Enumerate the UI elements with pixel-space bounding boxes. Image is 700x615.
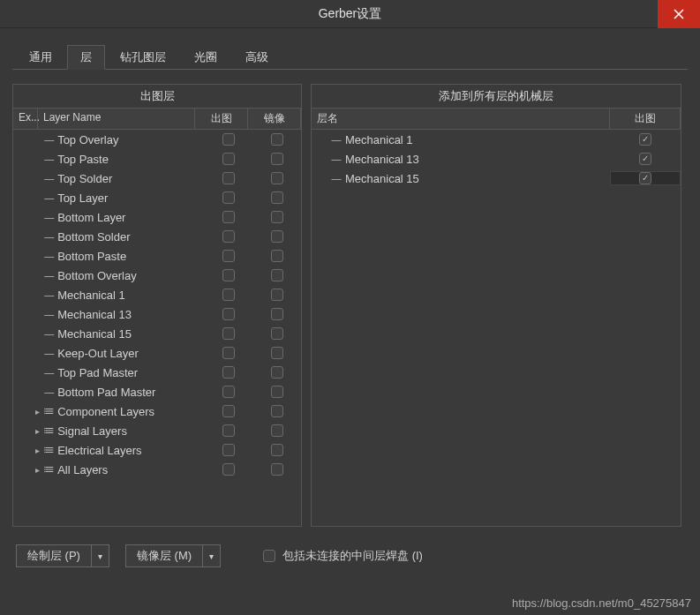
mech-layers-header: 层名 出图 [312,109,681,130]
plot-checkbox[interactable] [222,386,235,398]
mirror-checkbox[interactable] [271,463,283,476]
table-row[interactable]: ▸Signal Layers [13,421,301,440]
table-row[interactable]: Keep-Out Layer [13,343,301,363]
plot-checkbox[interactable] [222,347,235,359]
expand-icon[interactable]: ▸ [33,465,42,475]
tab-layers[interactable]: 层 [67,45,105,70]
mirror-layers-dropdown[interactable]: 镜像层 (M) [125,544,221,567]
plot-checkbox[interactable] [222,308,235,320]
plot-layers-grid[interactable]: Top OverlayTop PasteTop SolderTop LayerB… [13,130,301,526]
table-row[interactable]: Mechanical 1 [312,130,681,149]
plot-checkbox[interactable] [639,172,651,184]
tab-advanced[interactable]: 高级 [232,45,282,70]
plot-checkbox[interactable] [222,289,235,301]
mirror-checkbox[interactable] [271,250,283,262]
mirror-checkbox[interactable] [271,230,283,243]
table-row[interactable]: Bottom Layer [13,207,301,227]
svg-point-4 [44,430,45,431]
plot-checkbox[interactable] [222,463,235,476]
mirror-checkbox[interactable] [271,191,283,204]
table-row[interactable]: Bottom Pad Master [13,382,301,401]
plot-checkbox[interactable] [222,133,235,146]
mech-layers-grid[interactable]: Mechanical 1Mechanical 13Mechanical 15 [312,130,681,526]
plot-layers-button[interactable]: 绘制层 (P) [16,544,92,567]
mirror-checkbox[interactable] [271,424,283,437]
mirror-checkbox[interactable] [271,386,283,398]
plot-checkbox[interactable] [222,405,235,417]
mirror-checkbox[interactable] [271,133,283,146]
expand-icon[interactable]: ▸ [33,407,42,416]
mirror-checkbox[interactable] [271,327,283,340]
table-row[interactable]: Top Paste [13,149,301,169]
table-row[interactable]: Bottom Paste [13,246,301,266]
table-row[interactable]: Mechanical 15 [13,324,301,343]
chevron-down-icon[interactable] [92,544,109,567]
table-row[interactable]: Top Layer [13,188,301,207]
table-row[interactable]: Bottom Solder [13,227,301,246]
chevron-down-icon[interactable] [203,544,221,567]
table-row[interactable]: Top Solder [13,169,301,188]
expand-icon[interactable]: ▸ [33,446,42,455]
table-row[interactable]: Mechanical 13 [13,304,301,324]
col-ex[interactable]: Ex... [13,109,38,129]
tab-general[interactable]: 通用 [16,45,65,70]
plot-checkbox[interactable] [639,133,651,146]
titlebar: Gerber设置 [0,0,700,28]
plot-checkbox[interactable] [222,250,235,262]
layers-icon [42,464,56,475]
mirror-checkbox[interactable] [271,308,283,320]
plot-checkbox[interactable] [222,230,235,243]
mirror-checkbox[interactable] [271,347,283,359]
mirror-checkbox[interactable] [271,444,283,456]
mech-layers-title: 添加到所有层的机械层 [312,85,681,109]
plot-checkbox[interactable] [222,211,235,223]
svg-point-10 [44,469,45,469]
layer-name: Top Pad Master [56,366,204,379]
table-row[interactable]: ▸All Layers [13,460,301,479]
mirror-checkbox[interactable] [271,153,283,165]
dash-icon [42,231,56,242]
mirror-checkbox[interactable] [271,172,283,184]
plot-checkbox[interactable] [222,424,235,437]
col-layer-name[interactable]: Layer Name [38,109,195,129]
col-layer-name[interactable]: 层名 [312,109,610,129]
expand-icon[interactable]: ▸ [33,426,42,436]
tab-apertures[interactable]: 光圈 [181,45,230,70]
layer-name: Electrical Layers [56,444,204,457]
tab-drill[interactable]: 钻孔图层 [107,45,179,70]
table-row[interactable]: Top Overlay [13,130,301,149]
col-mirror[interactable]: 镜像 [248,109,301,129]
layer-name: Mechanical 1 [56,289,204,302]
include-unconnected-checkbox[interactable] [263,550,275,562]
plot-checkbox[interactable] [222,172,235,184]
plot-checkbox[interactable] [222,327,235,340]
watermark: https://blog.csdn.net/m0_45275847 [512,596,691,610]
plot-checkbox[interactable] [222,366,235,379]
col-plot[interactable]: 出图 [195,109,248,129]
mirror-checkbox[interactable] [271,366,283,379]
table-row[interactable]: Bottom Overlay [13,266,301,285]
plot-checkbox[interactable] [222,153,235,165]
table-row[interactable]: Top Pad Master [13,363,301,382]
plot-checkbox[interactable] [222,269,235,281]
plot-checkbox[interactable] [639,153,651,165]
mirror-checkbox[interactable] [271,405,283,417]
include-unconnected-option[interactable]: 包括未连接的中间层焊盘 (I) [263,548,423,564]
table-row[interactable]: Mechanical 1 [13,285,301,304]
plot-checkbox[interactable] [222,444,235,456]
dash-icon [329,173,343,184]
col-plot[interactable]: 出图 [610,109,681,129]
mirror-checkbox[interactable] [271,211,283,223]
svg-point-11 [44,471,45,472]
table-row[interactable]: ▸Electrical Layers [13,440,301,460]
table-row[interactable]: Mechanical 13 [312,149,681,169]
plot-checkbox[interactable] [222,191,235,204]
table-row[interactable]: Mechanical 15 [312,169,681,188]
mirror-checkbox[interactable] [271,269,283,281]
table-row[interactable]: ▸Component Layers [13,401,301,421]
mirror-layers-button[interactable]: 镜像层 (M) [125,544,203,567]
close-button[interactable] [658,0,700,28]
plot-layers-dropdown[interactable]: 绘制层 (P) [16,544,109,567]
mirror-checkbox[interactable] [271,289,283,301]
dash-icon [42,386,56,397]
